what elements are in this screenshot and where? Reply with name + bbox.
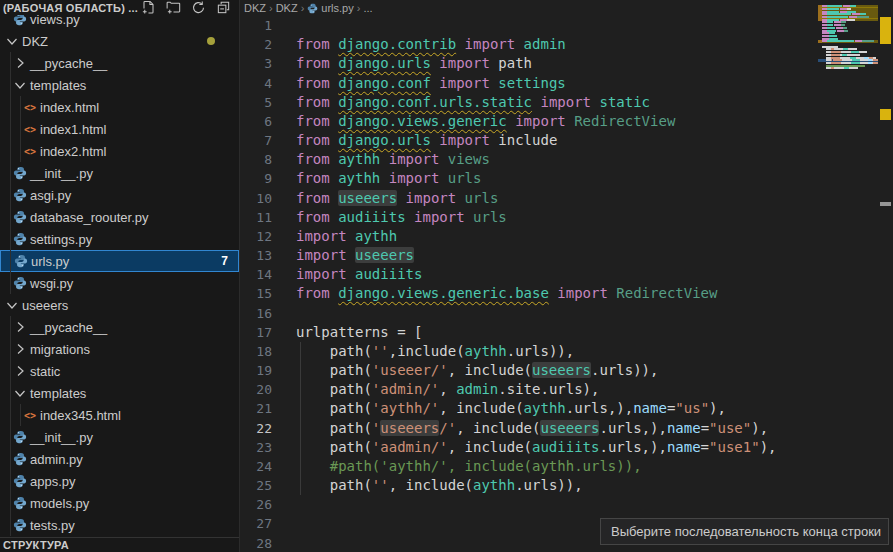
code-line-12[interactable]: 12import aythh	[240, 227, 818, 246]
line-number: 18	[240, 342, 272, 361]
code-text: import aythh	[296, 227, 397, 246]
line-number: 21	[240, 399, 272, 418]
token: ''	[372, 477, 389, 493]
token: #path('aythh/', include(aythh.urls)),	[296, 458, 642, 474]
code-line-25[interactable]: 25 path('', include(aythh.urls)),	[240, 476, 818, 495]
line-number: 13	[240, 246, 272, 265]
code-line-15[interactable]: 15from django.views.generic.base import …	[240, 284, 818, 303]
tree-item-database_roouter.py[interactable]: database_roouter.py	[0, 206, 239, 228]
code-line-26[interactable]: 26	[240, 495, 818, 514]
code-line-20[interactable]: 20 path('admin/', admin.site.urls),	[240, 380, 818, 399]
tree-item-__pycache__[interactable]: __pycache__	[0, 52, 239, 74]
token: .site.urls),	[498, 381, 599, 397]
code-line-14[interactable]: 14import audiiits	[240, 265, 818, 284]
tree-item-label: useeers	[22, 298, 68, 313]
tree-item-DKZ[interactable]: DKZ	[0, 30, 239, 52]
code-line-13[interactable]: 13import useeers	[240, 246, 818, 265]
code-line-17[interactable]: 17urlpatterns = [	[240, 323, 818, 342]
chevron-right-icon[interactable]	[12, 341, 28, 357]
eol-sequence-tooltip: Выберите последовательность конца строки	[600, 518, 889, 545]
token: admin	[524, 36, 566, 52]
code-line-16[interactable]: 16	[240, 304, 818, 323]
tree-item-asgi.py[interactable]: asgi.py	[0, 184, 239, 206]
python-file-icon	[12, 231, 28, 247]
code-line-9[interactable]: 9from aythh import urls	[240, 169, 818, 188]
code-line-2[interactable]: 2from django.contrib import admin	[240, 35, 818, 54]
code-line-11[interactable]: 11from audiiits import urls	[240, 208, 818, 227]
line-number: 8	[240, 150, 272, 169]
tree-item-urls.py[interactable]: urls.py7	[0, 250, 239, 272]
new-file-icon[interactable]	[141, 0, 156, 15]
token: admin	[456, 381, 498, 397]
tree-item-__pycache__[interactable]: __pycache__	[0, 316, 239, 338]
code-line-23[interactable]: 23 path('aadmin/', include(audiiits.urls…	[240, 438, 818, 457]
tree-item-admin.py[interactable]: admin.py	[0, 448, 239, 470]
tree-item-index.html[interactable]: <>index.html	[0, 96, 239, 118]
code-text: from useeers import urls	[296, 189, 498, 208]
code-area[interactable]: 12from django.contrib import admin3from …	[240, 0, 818, 552]
code-text: from django.contrib import admin	[296, 35, 566, 54]
tree-item-__init__.py[interactable]: __init__.py	[0, 162, 239, 184]
code-text: from django.views.generic import Redirec…	[296, 112, 675, 131]
tree-item-label: models.py	[30, 496, 89, 511]
token: django.urls	[338, 55, 431, 71]
chevron-down-icon[interactable]	[12, 385, 28, 401]
line-number: 28	[240, 534, 272, 552]
code-line-10[interactable]: 10from useeers import urls	[240, 189, 818, 208]
code-text: from django.urls import include	[296, 131, 557, 150]
token: import	[380, 170, 447, 186]
code-line-6[interactable]: 6from django.views.generic import Redire…	[240, 112, 818, 131]
outline-section-header[interactable]: СТРУКТУРА	[0, 537, 239, 552]
code-line-21[interactable]: 21 path('aythh/', include(aythh.urls,),n…	[240, 399, 818, 418]
tree-item-__init__.py[interactable]: __init__.py	[0, 426, 239, 448]
tree-item-templates[interactable]: templates	[0, 382, 239, 404]
tree-item-useeers[interactable]: useeers	[0, 294, 239, 316]
token: "use1"	[709, 439, 760, 455]
tree-item-migrations[interactable]: migrations	[0, 338, 239, 360]
code-line-7[interactable]: 7from django.urls import include	[240, 131, 818, 150]
tree-item-wsgi.py[interactable]: wsgi.py	[0, 272, 239, 294]
chevron-right-icon[interactable]	[12, 55, 28, 71]
line-number: 12	[240, 227, 272, 246]
token: import	[296, 247, 355, 263]
code-line-1[interactable]: 1	[240, 16, 818, 35]
chevron-right-icon[interactable]	[12, 363, 28, 379]
chevron-down-icon[interactable]	[4, 297, 20, 313]
tree-item-settings.py[interactable]: settings.py	[0, 228, 239, 250]
chevron-down-icon[interactable]	[4, 33, 20, 49]
minimap[interactable]	[818, 0, 878, 552]
tree-item-models.py[interactable]: models.py	[0, 492, 239, 514]
tree-item-static[interactable]: static	[0, 360, 239, 382]
token: , include(	[456, 420, 540, 436]
code-line-24[interactable]: 24 #path('aythh/', include(aythh.urls)),	[240, 457, 818, 476]
collapse-folders-icon[interactable]	[216, 0, 231, 15]
overview-ruler[interactable]	[878, 0, 893, 552]
token: import	[296, 228, 355, 244]
tree-item-index1.html[interactable]: <>index1.html	[0, 118, 239, 140]
token: from	[296, 132, 338, 148]
line-number: 24	[240, 457, 272, 476]
code-line-4[interactable]: 4from django.conf import settings	[240, 74, 818, 93]
chevron-right-icon[interactable]	[12, 319, 28, 335]
code-line-8[interactable]: 8from aythh import views	[240, 150, 818, 169]
token: .urls)),	[591, 362, 658, 378]
new-folder-icon[interactable]	[166, 0, 181, 15]
code-line-18[interactable]: 18 path('',include(aythh.urls)),	[240, 342, 818, 361]
code-line-19[interactable]: 19 path('useeer/', include(useeers.urls)…	[240, 361, 818, 380]
token: audiiits	[532, 439, 599, 455]
python-file-icon	[12, 495, 28, 511]
tree-item-index2.html[interactable]: <>index2.html	[0, 140, 239, 162]
code-line-3[interactable]: 3from django.urls import path	[240, 54, 818, 73]
chevron-down-icon[interactable]	[12, 77, 28, 93]
code-line-5[interactable]: 5from django.conf.urls.static import sta…	[240, 93, 818, 112]
token: useeers	[355, 247, 414, 263]
tree-item-index345.html[interactable]: <>index345.html	[0, 404, 239, 426]
tree-item-templates[interactable]: templates	[0, 74, 239, 96]
token: path(	[296, 343, 372, 359]
refresh-icon[interactable]	[191, 0, 206, 15]
tree-item-apps.py[interactable]: apps.py	[0, 470, 239, 492]
code-line-22[interactable]: 22 path('useeers/', include(useeers.urls…	[240, 419, 818, 438]
code-text: from django.conf.urls.static import stat…	[296, 93, 650, 112]
token: import	[431, 55, 498, 71]
tree-item-tests.py[interactable]: tests.py	[0, 514, 239, 536]
